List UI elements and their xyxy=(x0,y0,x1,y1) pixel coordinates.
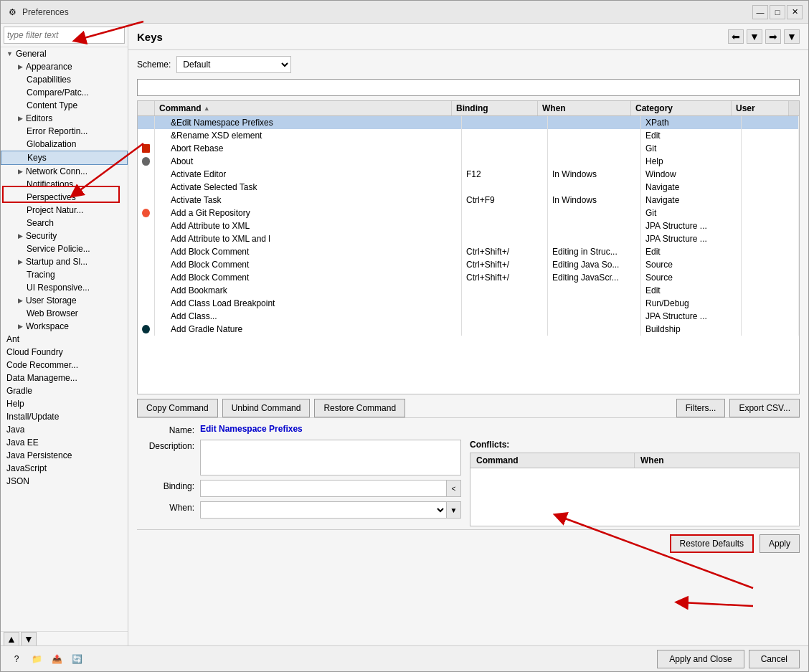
row-icon-cell xyxy=(138,232,155,245)
unbind-command-button[interactable]: Unbind Command xyxy=(222,399,311,417)
sidebar-item-java-persistence[interactable]: Java Persistence xyxy=(1,449,128,462)
close-button[interactable]: ✕ xyxy=(787,5,803,19)
command-search-input[interactable] xyxy=(137,79,800,96)
table-row[interactable]: Add Block Comment Ctrl+Shift+/ Editing J… xyxy=(138,271,799,284)
sidebar-item-notifications[interactable]: Notifications xyxy=(1,178,128,191)
sidebar-item-startup[interactable]: ▶ Startup and Sl... xyxy=(1,255,128,268)
sidebar-down-button[interactable]: ▼ xyxy=(21,632,37,646)
table-row[interactable]: About Help xyxy=(138,155,799,168)
cancel-button[interactable]: Cancel xyxy=(749,650,800,668)
table-row[interactable]: Add Block Comment Ctrl+Shift+/ Editing J… xyxy=(138,258,799,271)
table-row[interactable]: Abort Rebase Git xyxy=(138,142,799,155)
sidebar-item-json[interactable]: JSON xyxy=(1,475,128,488)
apply-and-close-button[interactable]: Apply and Close xyxy=(657,650,744,668)
about-gear-icon xyxy=(142,157,150,166)
sidebar-item-web-browser[interactable]: Web Browser xyxy=(1,307,128,320)
name-label: Name: xyxy=(137,424,194,435)
forward-button[interactable]: ➡ xyxy=(765,29,781,44)
row-command-cell: &Rename XSD element xyxy=(166,129,462,142)
filter-input[interactable] xyxy=(4,27,125,44)
restore-command-button[interactable]: Restore Command xyxy=(314,399,405,417)
sidebar-item-capabilities[interactable]: Capabilities xyxy=(1,73,128,86)
table-row[interactable]: Activate Task Ctrl+F9 In Windows Navigat… xyxy=(138,194,799,207)
open-file-icon[interactable]: 📁 xyxy=(29,652,44,666)
minimize-button[interactable]: — xyxy=(752,5,768,19)
row-user-cell xyxy=(742,297,799,310)
description-input[interactable] xyxy=(200,440,461,475)
sidebar-up-button[interactable]: ▲ xyxy=(4,632,19,646)
copy-command-button[interactable]: Copy Command xyxy=(137,399,218,417)
back-dropdown-button[interactable]: ▼ xyxy=(747,29,762,44)
table-row[interactable]: &Edit Namespace Prefixes XPath xyxy=(138,116,799,129)
refresh-icon[interactable]: 🔄 xyxy=(70,652,84,666)
content-header: Keys ⬅ ▼ ➡ ▼ xyxy=(128,24,808,50)
table-row[interactable]: Add Attribute to XML and l JPA Structure… xyxy=(138,232,799,245)
sidebar-item-user-storage[interactable]: ▶ User Storage xyxy=(1,294,128,307)
row-category-cell: Edit xyxy=(641,245,742,258)
export-icon[interactable]: 📤 xyxy=(49,652,64,666)
help-icon[interactable]: ? xyxy=(9,652,24,666)
scheme-select[interactable]: Default Emacs Microsoft Visual Studio xyxy=(176,56,291,73)
export-csv-button[interactable]: Export CSV... xyxy=(729,399,800,417)
table-row[interactable]: Add Attribute to XML JPA Structure ... xyxy=(138,219,799,232)
table-row[interactable]: Add a Git Repository Git xyxy=(138,207,799,219)
sidebar-item-editors[interactable]: ▶ Editors xyxy=(1,112,128,125)
sidebar-item-install-update[interactable]: Install/Update xyxy=(1,410,128,423)
sidebar-item-tracing[interactable]: Tracing xyxy=(1,268,128,281)
sidebar-item-network[interactable]: ▶ Network Conn... xyxy=(1,165,128,178)
col-binding[interactable]: Binding xyxy=(452,101,538,115)
sidebar-item-project-nature[interactable]: Project Natur... xyxy=(1,204,128,217)
sidebar-item-data-management[interactable]: Data Manageme... xyxy=(1,372,128,384)
sidebar-item-ui-responsive[interactable]: UI Responsive... xyxy=(1,281,128,294)
row-icon-cell xyxy=(138,323,155,336)
table-row[interactable]: Add Block Comment Ctrl+Shift+/ Editing i… xyxy=(138,245,799,258)
sidebar-item-ant[interactable]: Ant xyxy=(1,333,128,346)
sidebar-item-workspace[interactable]: ▶ Workspace xyxy=(1,320,128,333)
table-row[interactable]: Add Class... JPA Structure ... xyxy=(138,310,799,323)
table-row[interactable]: Add Bookmark Edit xyxy=(138,284,799,297)
sidebar-item-perspectives[interactable]: Perspectives xyxy=(1,191,128,204)
table-row[interactable]: &Rename XSD element Edit xyxy=(138,129,799,142)
sidebar-item-gradle[interactable]: Gradle xyxy=(1,384,128,397)
sidebar-item-error-reporting[interactable]: Error Reportin... xyxy=(1,125,128,138)
row-user-cell xyxy=(742,219,799,232)
sidebar-item-compare[interactable]: Compare/Patc... xyxy=(1,86,128,99)
sidebar-item-java[interactable]: Java xyxy=(1,423,128,436)
table-row[interactable]: Activate Selected Task Navigate xyxy=(138,181,799,194)
col-when[interactable]: When xyxy=(538,101,631,115)
restore-defaults-button[interactable]: Restore Defaults xyxy=(670,534,754,553)
when-select[interactable] xyxy=(200,501,447,519)
sidebar-item-java-ee[interactable]: Java EE xyxy=(1,436,128,449)
sidebar-item-search[interactable]: Search xyxy=(1,217,128,229)
filters-button[interactable]: Filters... xyxy=(676,399,726,417)
table-scrollbar-stub xyxy=(789,101,799,115)
binding-input[interactable] xyxy=(200,480,447,497)
col-command[interactable]: Command ▲ xyxy=(155,101,452,115)
when-dropdown-button[interactable]: ▼ xyxy=(447,501,461,519)
sidebar-item-help[interactable]: Help xyxy=(1,397,128,410)
sidebar-item-javascript[interactable]: JavaScript xyxy=(1,462,128,475)
sidebar-item-appearance[interactable]: ▶ Appearance xyxy=(1,60,128,73)
binding-arrow-button[interactable]: < xyxy=(447,480,461,497)
row-binding-cell xyxy=(462,181,548,194)
sidebar-item-code-recommender[interactable]: Code Recommer... xyxy=(1,359,128,372)
table-row[interactable]: Add Gradle Nature Buildship xyxy=(138,323,799,336)
forward-dropdown-button[interactable]: ▼ xyxy=(784,29,800,44)
sidebar-item-globalization[interactable]: Globalization xyxy=(1,138,128,151)
col-user[interactable]: User xyxy=(732,101,789,115)
sidebar-item-general[interactable]: ▼ General xyxy=(1,47,128,60)
maximize-button[interactable]: □ xyxy=(770,5,785,19)
chevron-right-icon-security: ▶ xyxy=(18,232,23,240)
sidebar-item-cloud-foundry[interactable]: Cloud Foundry xyxy=(1,346,128,359)
apply-button[interactable]: Apply xyxy=(760,534,800,553)
sidebar-item-keys[interactable]: Keys xyxy=(1,151,128,165)
back-button[interactable]: ⬅ xyxy=(728,29,744,44)
row-binding-cell xyxy=(462,284,548,297)
row-category-cell: Run/Debug xyxy=(641,297,742,310)
col-category[interactable]: Category xyxy=(631,101,732,115)
table-row[interactable]: Activate Editor F12 In Windows Window xyxy=(138,168,799,181)
table-row[interactable]: Add Class Load Breakpoint Run/Debug xyxy=(138,297,799,310)
sidebar-item-security[interactable]: ▶ Security xyxy=(1,229,128,242)
sidebar-item-content-type[interactable]: Content Type xyxy=(1,99,128,112)
sidebar-item-service-policies[interactable]: Service Policie... xyxy=(1,242,128,255)
